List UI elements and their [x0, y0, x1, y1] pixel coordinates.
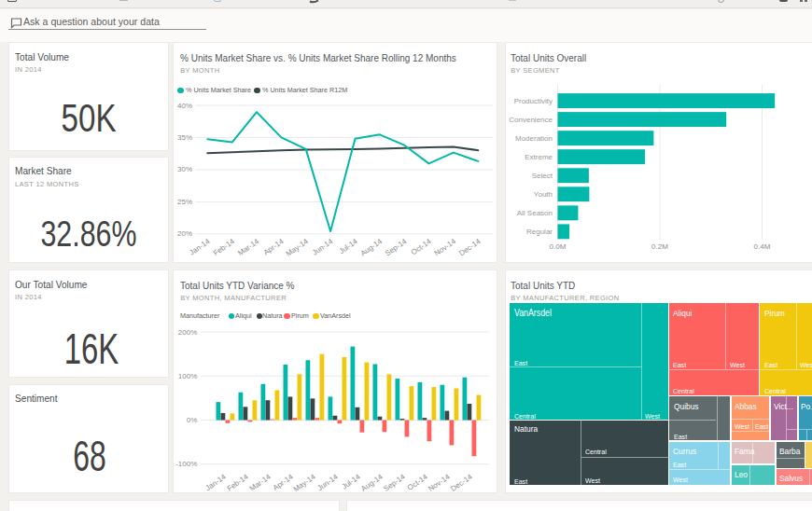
svg-text:200%: 200%	[178, 328, 197, 337]
svg-text:100%: 100%	[178, 372, 197, 380]
svg-text:0.2M: 0.2M	[651, 242, 668, 251]
svg-text:Regular: Regular	[525, 228, 552, 236]
svg-text:Feb-14: Feb-14	[225, 472, 249, 492]
svg-text:25%: 25%	[177, 198, 192, 206]
svg-text:Mar-14: Mar-14	[236, 237, 260, 257]
svg-text:Sep-14: Sep-14	[384, 237, 409, 257]
svg-text:35%: 35%	[177, 133, 192, 142]
svg-text:Sep-14: Sep-14	[382, 472, 407, 492]
svg-text:Dec-14: Dec-14	[449, 472, 474, 492]
svg-text:Apr-14: Apr-14	[261, 237, 285, 256]
svg-text:20%: 20%	[177, 229, 192, 238]
svg-text:Aug-14: Aug-14	[359, 472, 385, 492]
svg-text:Nov-14: Nov-14	[432, 237, 457, 257]
svg-text:Jun-14: Jun-14	[315, 472, 340, 492]
svg-text:Extreme: Extreme	[525, 153, 553, 161]
svg-text:Youth: Youth	[533, 190, 552, 199]
svg-text:Convenience: Convenience	[509, 116, 553, 124]
svg-text:Oct-14: Oct-14	[410, 237, 433, 256]
svg-text:Aug-14: Aug-14	[358, 237, 384, 257]
svg-text:Mar-14: Mar-14	[247, 472, 272, 492]
svg-text:Jul-14: Jul-14	[337, 237, 358, 256]
svg-text:Apr-14: Apr-14	[272, 472, 295, 491]
svg-text:0.0M: 0.0M	[549, 242, 566, 251]
svg-text:Feb-14: Feb-14	[212, 237, 236, 257]
svg-text:0.4M: 0.4M	[753, 242, 770, 251]
svg-text:30%: 30%	[177, 165, 192, 173]
svg-text:All Season: All Season	[516, 209, 552, 217]
svg-text:0%: 0%	[186, 416, 197, 424]
svg-text:May-14: May-14	[285, 237, 310, 258]
svg-text:Dec-14: Dec-14	[457, 237, 483, 257]
svg-text:Moderation: Moderation	[514, 134, 552, 143]
svg-text:Jun-14: Jun-14	[311, 237, 335, 257]
svg-text:Jan-14: Jan-14	[188, 237, 212, 257]
svg-text:Oct-14: Oct-14	[406, 472, 429, 491]
svg-text:-100%: -100%	[175, 460, 197, 468]
svg-text:Jan-14: Jan-14	[203, 472, 228, 492]
svg-text:Nov-14: Nov-14	[427, 472, 452, 492]
svg-text:Productivity: Productivity	[513, 97, 552, 105]
svg-text:40%: 40%	[177, 102, 192, 110]
svg-text:Jul-14: Jul-14	[340, 472, 361, 490]
svg-text:May-14: May-14	[291, 472, 316, 492]
svg-text:Select: Select	[531, 172, 553, 180]
